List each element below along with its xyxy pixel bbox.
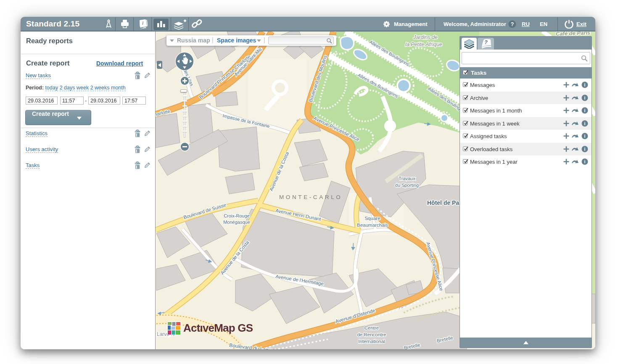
svg-text:i: i	[584, 134, 585, 139]
svg-text:la Petite Afrique: la Petite Afrique	[405, 42, 442, 47]
svg-text:Monégasque: Monégasque	[223, 220, 250, 225]
svg-text:Croix-Rouge: Croix-Rouge	[224, 213, 250, 218]
svg-text:du Sporting: du Sporting	[395, 183, 419, 188]
svg-text:i: i	[584, 159, 585, 164]
svg-text:i: i	[584, 147, 585, 152]
svg-text:MONTE-CARLO: MONTE-CARLO	[279, 194, 342, 200]
svg-text:?: ?	[511, 21, 514, 27]
svg-text:?: ?	[484, 39, 488, 45]
svg-text:i: i	[584, 95, 585, 100]
svg-text:International: International	[358, 339, 385, 344]
svg-text:i: i	[584, 82, 585, 87]
svg-text:de Rencontre: de Rencontre	[357, 332, 386, 337]
svg-text:Square: Square	[364, 216, 380, 221]
svg-text:Centre: Centre	[364, 325, 379, 330]
svg-text:i: i	[584, 108, 585, 113]
svg-text:Beaumarchais: Beaumarchais	[357, 223, 388, 228]
svg-text:i: i	[584, 121, 585, 126]
svg-text:Hôtel de Pa: Hôtel de Pa	[427, 199, 459, 206]
svg-text:Travaux: Travaux	[399, 176, 415, 181]
svg-text:Jardins de: Jardins de	[413, 34, 438, 40]
